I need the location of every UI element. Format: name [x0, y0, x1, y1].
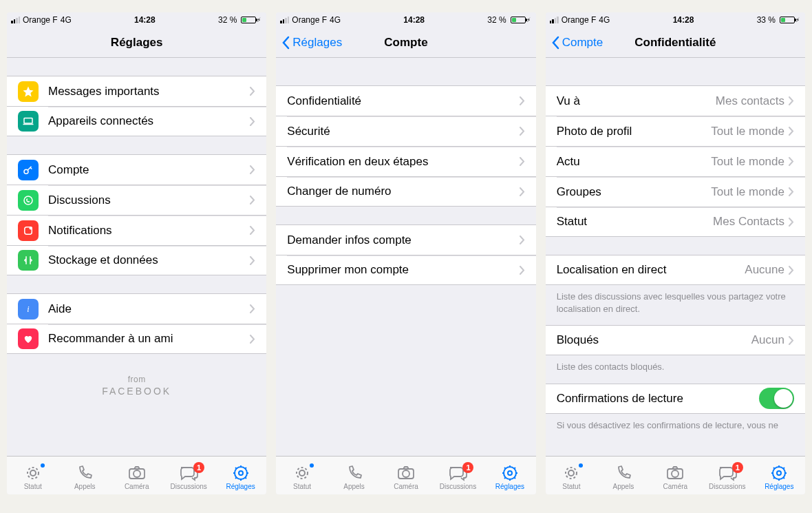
- dot-indicator: [310, 463, 314, 468]
- content-scroll[interactable]: Messages importants Appareils connectés …: [7, 58, 266, 456]
- tab-camera[interactable]: Caméra: [650, 457, 701, 494]
- svg-point-39: [777, 471, 781, 475]
- tabbar: Statut Appels Caméra 1 Discussions Régla…: [546, 456, 805, 494]
- chevron-right-icon: [250, 196, 255, 205]
- tab-statut[interactable]: Statut: [546, 457, 597, 494]
- back-button[interactable]: Réglages: [281, 28, 342, 57]
- navbar: Réglages Compte: [276, 28, 535, 58]
- row-tell-a-friend[interactable]: Recommander à un ami: [7, 324, 266, 354]
- star-icon: [18, 81, 39, 102]
- battery-percent: 32 %: [218, 15, 237, 25]
- chevron-right-icon: [520, 157, 525, 166]
- row-help[interactable]: i Aide: [7, 293, 266, 324]
- row-detail: Tout le monde: [711, 125, 784, 138]
- content-scroll[interactable]: Vu à Mes contacts Photo de profil Tout l…: [546, 58, 805, 456]
- chevron-right-icon: [250, 256, 255, 265]
- tab-reglages[interactable]: Réglages: [754, 457, 805, 494]
- svg-line-19: [245, 468, 246, 469]
- row-chats[interactable]: Discussions: [7, 185, 266, 215]
- navbar: Réglages: [7, 28, 266, 58]
- tab-appels[interactable]: Appels: [328, 457, 380, 494]
- svg-point-25: [508, 471, 512, 475]
- row-label: Messages importants: [48, 85, 250, 98]
- row-two-step[interactable]: Vérification en deux étapes: [276, 146, 535, 176]
- footer-live-location: Liste des discussions avec lesquelles vo…: [546, 285, 805, 318]
- svg-point-35: [568, 470, 574, 476]
- row-label: Stockage et données: [48, 253, 250, 267]
- signal-icon: [11, 17, 20, 23]
- tab-label: Appels: [343, 483, 365, 490]
- tab-camera[interactable]: Caméra: [111, 457, 162, 494]
- chevron-right-icon: [250, 87, 255, 96]
- row-privacy[interactable]: Confidentialité: [276, 85, 535, 116]
- row-label: Confirmations de lecture: [557, 392, 759, 406]
- row-account[interactable]: Compte: [7, 154, 266, 185]
- read-receipts-switch[interactable]: [759, 388, 794, 409]
- row-security[interactable]: Sécurité: [276, 116, 535, 146]
- tab-label: Caméra: [125, 483, 149, 490]
- row-label: Notifications: [48, 224, 250, 238]
- svg-point-7: [30, 470, 36, 476]
- chevron-left-icon: [551, 36, 559, 50]
- chevron-right-icon: [789, 218, 794, 227]
- row-notifications[interactable]: Notifications: [7, 215, 266, 245]
- chevron-right-icon: [520, 96, 525, 105]
- row-about[interactable]: Actu Tout le monde: [546, 146, 805, 176]
- svg-point-20: [297, 468, 308, 479]
- status-time: 14:28: [610, 15, 756, 25]
- svg-point-4: [30, 227, 33, 230]
- chevron-right-icon: [789, 127, 794, 136]
- status-bar: Orange F 4G 14:28 33 % ⚡︎: [546, 12, 805, 28]
- battery-icon: ⚡︎: [239, 17, 261, 23]
- row-read-receipts[interactable]: Confirmations de lecture: [546, 384, 805, 414]
- tab-camera[interactable]: Caméra: [380, 457, 431, 494]
- screen-account: Orange F 4G 14:28 32 % ⚡︎ Réglages Compt…: [276, 12, 535, 494]
- row-groups[interactable]: Groupes Tout le monde: [546, 176, 805, 207]
- row-status[interactable]: Statut Mes Contacts: [546, 207, 805, 237]
- info-icon: i: [18, 299, 39, 320]
- svg-line-45: [783, 477, 784, 479]
- from-facebook-footer: from FACEBOOK: [7, 354, 266, 399]
- row-change-number[interactable]: Changer de numéro: [276, 176, 535, 207]
- back-button[interactable]: Compte: [551, 28, 603, 57]
- row-label: Confidentialité: [287, 94, 519, 108]
- tab-statut[interactable]: Statut: [276, 457, 328, 494]
- row-label: Recommander à un ami: [48, 332, 250, 346]
- chevron-right-icon: [789, 336, 794, 345]
- heart-icon: [18, 328, 39, 349]
- row-last-seen[interactable]: Vu à Mes contacts: [546, 85, 805, 116]
- row-storage[interactable]: Stockage et données: [7, 245, 266, 275]
- tab-discussions[interactable]: 1 Discussions: [701, 457, 753, 494]
- badge: 1: [462, 462, 473, 473]
- status-bar: Orange F 4G 14:28 32 % ⚡︎: [7, 12, 266, 28]
- row-linked-devices[interactable]: Appareils connectés: [7, 106, 266, 136]
- battery-percent: 32 %: [487, 15, 506, 25]
- row-label: Sécurité: [287, 125, 519, 138]
- tab-label: Statut: [24, 483, 42, 490]
- row-label: Compte: [48, 163, 250, 177]
- row-starred-messages[interactable]: Messages importants: [7, 76, 266, 106]
- tab-label: Réglages: [226, 483, 255, 490]
- row-label: Bloqués: [557, 333, 751, 347]
- chevron-right-icon: [250, 304, 255, 313]
- svg-line-47: [783, 468, 784, 469]
- content-scroll[interactable]: Confidentialité Sécurité Vérification en…: [276, 58, 535, 456]
- tab-appels[interactable]: Appels: [597, 457, 649, 494]
- tab-appels[interactable]: Appels: [58, 457, 110, 494]
- tab-statut[interactable]: Statut: [7, 457, 58, 494]
- tab-discussions[interactable]: 1 Discussions: [432, 457, 484, 494]
- row-blocked[interactable]: Bloqués Aucun: [546, 325, 805, 355]
- row-delete-account[interactable]: Supprimer mon compte: [276, 255, 535, 285]
- row-profile-photo[interactable]: Photo de profil Tout le monde: [546, 116, 805, 146]
- row-request-info[interactable]: Demander infos compte: [276, 224, 535, 255]
- row-live-location[interactable]: Localisation en direct Aucune: [546, 255, 805, 285]
- tab-label: Réglages: [765, 483, 793, 490]
- dot-indicator: [579, 463, 583, 468]
- tab-discussions[interactable]: 1 Discussions: [162, 457, 214, 494]
- tab-reglages[interactable]: Réglages: [484, 457, 535, 494]
- tab-label: Caméra: [394, 483, 418, 490]
- tab-reglages[interactable]: Réglages: [215, 457, 266, 494]
- tabbar: Statut Appels Caméra 1 Discussions Régla…: [276, 456, 535, 494]
- row-detail: Tout le monde: [711, 155, 784, 169]
- svg-point-6: [28, 468, 39, 479]
